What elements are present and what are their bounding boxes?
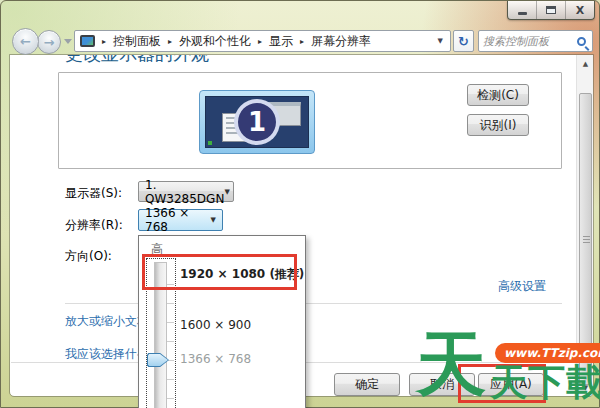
search-box[interactable] <box>478 30 593 52</box>
display-select[interactable]: 1. QW3285DGN ▼ <box>138 181 234 202</box>
what-settings-link[interactable]: 我应该选择什么 <box>65 346 149 363</box>
orientation-field-label: 方向(O): <box>65 248 112 265</box>
resolution-select[interactable]: 1366 × 768 ▼ <box>138 209 223 231</box>
refresh-icon: ↻ <box>458 34 469 49</box>
chevron-right-icon: ▸ <box>168 37 172 46</box>
breadcrumb-screen-resolution[interactable]: 屏幕分辨率 <box>311 33 371 50</box>
breadcrumb[interactable]: ▸ 控制面板 ▸ 外观和个性化 ▸ 显示 ▸ 屏幕分辨率 ▼ <box>74 30 451 52</box>
screen-resolution-window: X ← → ▸ 控制面板 ▸ 外观和个性化 ▸ 显示 ▸ 屏幕分辨率 ▼ ↻ 更… <box>0 0 600 408</box>
start-orb-icon <box>208 141 212 145</box>
scrollbar-grip-icon <box>583 236 590 244</box>
display-icon <box>80 35 95 47</box>
close-button[interactable]: X <box>566 1 594 19</box>
monitor-preview[interactable]: 1 <box>199 90 315 154</box>
back-icon: ← <box>20 34 31 49</box>
forward-button[interactable]: → <box>37 30 61 54</box>
forward-icon: → <box>44 35 55 50</box>
window-controls: X <box>507 1 595 20</box>
search-icon <box>577 37 586 46</box>
chevron-right-icon: ▸ <box>300 37 304 46</box>
watermark-chars: 天 下 載 <box>490 363 600 404</box>
detect-button[interactable]: 检测(C) <box>467 84 529 106</box>
resolution-select-value: 1366 × 768 <box>145 206 211 234</box>
maximize-button[interactable] <box>537 1 566 19</box>
back-button[interactable]: ← <box>12 28 39 55</box>
breadcrumb-display[interactable]: 显示 <box>269 33 293 50</box>
breadcrumb-control-panel[interactable]: 控制面板 <box>113 33 161 50</box>
resolution-option-1366[interactable]: 1366 × 768 <box>180 352 251 366</box>
chevron-right-icon: ▸ <box>258 37 262 46</box>
watermark-char-big: 天 <box>416 329 486 399</box>
ok-button[interactable]: 确定 <box>334 373 400 396</box>
display-field-label: 显示器(S): <box>65 185 122 202</box>
close-icon: X <box>576 5 584 16</box>
address-dropdown-icon[interactable]: ▼ <box>438 37 445 45</box>
annotation-box-recommended <box>142 254 297 290</box>
advanced-settings-link[interactable]: 高级设置 <box>498 278 546 295</box>
display-select-value: 1. QW3285DGN <box>145 178 224 206</box>
watermark-site-badge: www.TTzip.com <box>495 343 600 363</box>
resolution-field-label: 分辨率(R): <box>65 217 123 234</box>
search-input[interactable] <box>483 35 577 48</box>
monitor-screen: 1 <box>205 96 309 148</box>
chevron-down-icon: ▼ <box>224 188 229 196</box>
breadcrumb-appearance[interactable]: 外观和个性化 <box>179 33 251 50</box>
page-title: 更改显示器的外观 <box>65 55 385 64</box>
minimize-button[interactable] <box>508 1 537 19</box>
scrollbar-thumb[interactable] <box>579 93 592 385</box>
scroll-up-icon[interactable]: ▲ <box>577 55 594 72</box>
monitor-number-badge: 1 <box>234 99 280 145</box>
maximize-icon <box>546 6 556 14</box>
minimize-icon <box>518 12 527 15</box>
make-text-larger-link[interactable]: 放大或缩小文本 <box>65 313 149 330</box>
chevron-right-icon: ▸ <box>102 37 106 46</box>
recent-pages-chevron-icon[interactable] <box>64 39 72 44</box>
identify-button[interactable]: 识别(I) <box>467 114 529 136</box>
monitor-preview-panel: 1 检测(C) 识别(I) <box>58 72 562 169</box>
chevron-down-icon: ▼ <box>211 216 216 224</box>
resolution-option-1600[interactable]: 1600 × 900 <box>180 318 251 332</box>
refresh-button[interactable]: ↻ <box>453 30 474 52</box>
